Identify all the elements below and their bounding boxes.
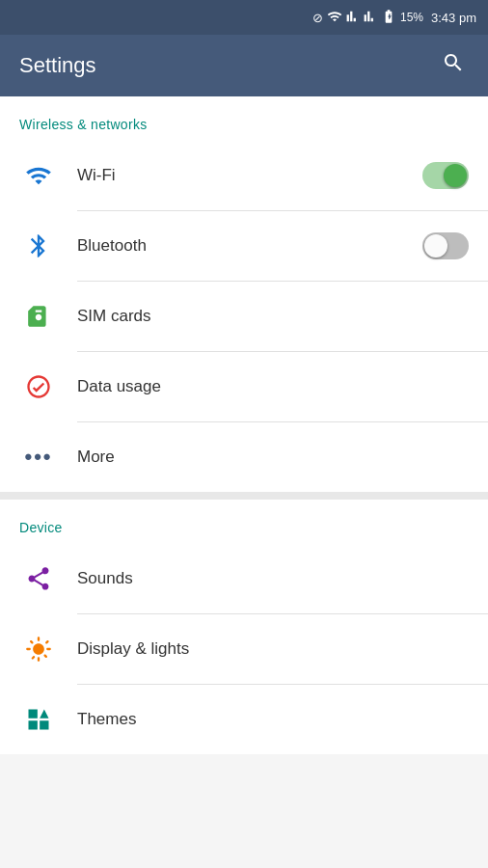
- wifi-status-icon: [327, 9, 342, 27]
- simcards-label: SIM cards: [77, 307, 469, 326]
- more-icon: •••: [19, 438, 58, 476]
- sounds-item[interactable]: Sounds: [0, 544, 488, 613]
- sounds-label: Sounds: [77, 569, 469, 588]
- signal-icon: [346, 9, 360, 27]
- themes-label: Themes: [77, 710, 469, 729]
- bluetooth-item[interactable]: Bluetooth: [0, 211, 488, 281]
- page-title: Settings: [19, 53, 96, 78]
- display-label: Display & lights: [77, 639, 469, 659]
- datausage-item[interactable]: Data usage: [0, 352, 488, 421]
- charging-icon: [381, 9, 396, 27]
- data-usage-icon: [19, 367, 58, 406]
- themes-icon: [19, 700, 58, 739]
- wireless-section-header: Wireless & networks: [0, 96, 488, 141]
- wifi-toggle-thumb: [444, 164, 467, 187]
- bluetooth-icon: [19, 227, 58, 265]
- more-item[interactable]: ••• More: [0, 422, 488, 492]
- more-label: More: [77, 448, 469, 467]
- bluetooth-toggle[interactable]: [422, 232, 469, 259]
- search-button[interactable]: [438, 47, 469, 84]
- bluetooth-toggle-thumb: [424, 234, 447, 258]
- status-bar: ⊘ 15% 3:43 pm: [0, 0, 488, 35]
- themes-item[interactable]: Themes: [0, 685, 488, 754]
- wifi-item[interactable]: Wi-Fi: [0, 141, 488, 210]
- display-icon: [19, 630, 58, 668]
- wifi-label: Wi-Fi: [77, 166, 422, 185]
- datausage-label: Data usage: [77, 377, 469, 396]
- signal2-icon: [364, 9, 377, 27]
- battery-percentage: 15%: [400, 11, 423, 24]
- wireless-section-label: Wireless & networks: [19, 117, 148, 132]
- wifi-toggle[interactable]: [422, 162, 469, 189]
- time-display: 3:43 pm: [431, 11, 476, 25]
- bluetooth-label: Bluetooth: [77, 236, 422, 256]
- wifi-icon: [19, 156, 58, 195]
- device-section-label: Device: [19, 520, 63, 535]
- sim-icon: [19, 297, 58, 336]
- device-section-header: Device: [0, 500, 488, 544]
- no-sim-icon: ⊘: [312, 11, 323, 25]
- section-divider: [0, 492, 488, 500]
- sounds-icon: [19, 559, 58, 598]
- settings-content: Wireless & networks Wi-Fi Bluetooth SIM …: [0, 96, 488, 754]
- display-item[interactable]: Display & lights: [0, 614, 488, 684]
- app-header: Settings: [0, 35, 488, 96]
- simcards-item[interactable]: SIM cards: [0, 282, 488, 351]
- status-icons: ⊘ 15% 3:43 pm: [312, 9, 476, 27]
